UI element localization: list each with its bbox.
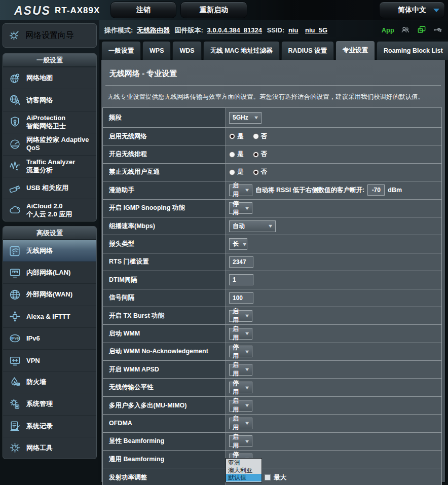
radio-yes[interactable] bbox=[229, 169, 235, 175]
dropdown-option-default[interactable]: 默认值 bbox=[226, 474, 262, 481]
sidebar: 网络设置向导 一般设置 网络地图 访客网络 bbox=[0, 20, 99, 485]
sidebar-item-aicloud[interactable]: AiCloud 2.0 个人云 2.0 应用 bbox=[3, 199, 96, 220]
ofdma-select[interactable]: 启用▼ bbox=[229, 418, 252, 429]
sidebar-item-wireless[interactable]: 无线网络 bbox=[3, 240, 96, 262]
checkbox-label: 最大 bbox=[274, 473, 286, 482]
clients-icon[interactable] bbox=[400, 25, 410, 35]
sidebar-item-wan[interactable]: 外部网络(WAN) bbox=[3, 283, 96, 305]
tx-power-dropdown-list: 亚洲 澳大利亚 默认值 bbox=[226, 458, 262, 482]
sidebar-item-label: 网络工具 bbox=[26, 443, 53, 453]
rssi-input[interactable] bbox=[367, 184, 385, 196]
dropdown-option-australia[interactable]: 澳大利亚 bbox=[226, 467, 262, 474]
igmp-snooping-select[interactable]: 停用▼ bbox=[229, 202, 252, 214]
sidebar-item-guest-network[interactable]: 访客网络 bbox=[3, 89, 96, 110]
tab-mac-filter[interactable]: 无线 MAC 地址过滤器 bbox=[203, 41, 280, 60]
ssid-5g-link[interactable]: niu_5G bbox=[305, 26, 327, 34]
sidebar-item-adaptive-qos[interactable]: 网络监控家 Adaptive QoS bbox=[3, 133, 96, 155]
wmm-select[interactable]: 启用▼ bbox=[229, 328, 252, 340]
row-wmm: 启动 WMM 启用▼ bbox=[103, 325, 441, 343]
sidebar-item-network-tools[interactable]: 网络工具 bbox=[3, 437, 96, 459]
vpn-icon bbox=[9, 354, 21, 367]
wan-globe-icon bbox=[9, 288, 21, 301]
sidebar-item-usb-application[interactable]: USB 相关应用 bbox=[3, 177, 96, 199]
model-name: RT-AX89X bbox=[55, 6, 100, 16]
status-row: 操作模式: 无线路由器 固件版本: 3.0.0.4.384_81324 SSID… bbox=[104, 26, 330, 35]
tx-power-max-checkbox[interactable] bbox=[265, 474, 271, 480]
section-title-general: 一般设置 bbox=[3, 54, 96, 67]
sidebar-item-label: AiProtection 智能网络卫士 bbox=[26, 114, 66, 130]
app-link[interactable]: App bbox=[382, 26, 394, 34]
language-dropdown[interactable]: 简体中文 bbox=[379, 2, 445, 18]
row-preamble-type: 报头类型 长▼ bbox=[103, 235, 441, 253]
tab-general[interactable]: 一般设置 bbox=[101, 41, 141, 60]
tx-burst-select[interactable]: 启用▼ bbox=[229, 310, 252, 322]
alexa-ifttt-icon bbox=[9, 310, 21, 323]
sidebar-item-label: USB 相关应用 bbox=[26, 183, 68, 193]
roaming-select[interactable]: 启用▼ bbox=[229, 184, 252, 196]
sidebar-item-quick-setup[interactable]: 网络设置向导 bbox=[3, 23, 97, 48]
op-mode-link[interactable]: 无线路由器 bbox=[137, 26, 170, 34]
chevron-down-icon: ▼ bbox=[244, 331, 250, 336]
page-description: 无线专业设置提供您无线网络传输与效率方面的设置。若您没有选择适合的设置，建议采用… bbox=[107, 93, 440, 101]
rts-threshold-input[interactable] bbox=[229, 256, 253, 268]
row-ofdma: OFDMA 启用▼ bbox=[103, 415, 441, 432]
tab-professional[interactable]: 专业设置 bbox=[335, 41, 375, 60]
row-airtime-fairness: 无线传输公平性 停用▼ bbox=[103, 379, 441, 396]
sidebar-item-label: 防火墙 bbox=[26, 378, 46, 387]
sidebar-item-ipv6[interactable]: IPv6 IPv6 bbox=[3, 327, 96, 349]
ssid-2g-link[interactable]: niu bbox=[288, 26, 298, 34]
sidebar-item-label: 系统管理 bbox=[26, 399, 53, 408]
dtim-interval-input[interactable] bbox=[229, 274, 253, 285]
chevron-down-icon: ▼ bbox=[268, 223, 274, 229]
row-roaming-assistant: 漫游助手 启用▼ 自动将 RSSI 低于右侧数值的客户断开: dBm bbox=[103, 181, 441, 199]
wmm-apsd-select[interactable]: 启用▼ bbox=[229, 364, 252, 376]
sidebar-item-administration[interactable]: 系统管理 bbox=[3, 393, 96, 415]
sidebar-item-lan[interactable]: 内部网络(LAN) bbox=[3, 262, 96, 283]
preamble-type-select[interactable]: 长▼ bbox=[229, 238, 247, 250]
lan-icon bbox=[9, 267, 21, 279]
firmware-link[interactable]: 3.0.0.4.384_81324 bbox=[207, 26, 262, 34]
chevron-down-icon: ▼ bbox=[244, 367, 250, 372]
sidebar-item-label: AiCloud 2.0 个人云 2.0 应用 bbox=[26, 202, 72, 218]
tab-radius[interactable]: RADIUS 设置 bbox=[281, 41, 334, 60]
tab-roaming-block-list[interactable]: Roaming Block List bbox=[377, 41, 448, 60]
sidebar-item-label: IPv6 bbox=[26, 334, 40, 342]
radio-yes[interactable] bbox=[229, 133, 235, 139]
sidebar-item-label: 访客网络 bbox=[26, 96, 53, 105]
dropdown-option-asia[interactable]: 亚洲 bbox=[226, 459, 262, 467]
band-select[interactable]: 5GHz▼ bbox=[229, 112, 262, 124]
tab-wds[interactable]: WDS bbox=[172, 41, 201, 60]
usb-icon[interactable] bbox=[433, 25, 444, 35]
row-band: 频段 5GHz▼ bbox=[103, 108, 441, 128]
radio-yes[interactable] bbox=[229, 152, 235, 158]
radio-no[interactable] bbox=[253, 133, 259, 139]
radio-no[interactable] bbox=[253, 152, 259, 158]
sidebar-item-system-log[interactable]: 系统记录 bbox=[3, 415, 96, 437]
sidebar-item-network-map[interactable]: 网络地图 bbox=[3, 67, 96, 89]
sidebar-item-firewall[interactable]: 防火墙 bbox=[3, 371, 96, 393]
row-wireless-scheduler: 开启无线排程 是 否 bbox=[103, 145, 441, 163]
sidebar-item-alexa-ifttt[interactable]: Alexa & IFTTT bbox=[3, 306, 96, 327]
section-title-advanced: 高级设置 bbox=[3, 227, 96, 240]
multicast-rate-select[interactable]: 自动▼ bbox=[229, 220, 276, 232]
sidebar-item-label: 无线网络 bbox=[26, 246, 53, 255]
mu-mimo-select[interactable]: 启用▼ bbox=[229, 400, 252, 412]
sidebar-item-vpn[interactable]: VPN bbox=[3, 349, 96, 371]
row-tx-burst: 开启 TX Burst 功能 启用▼ bbox=[103, 307, 441, 325]
firmware-label: 固件版本: bbox=[175, 26, 203, 34]
chevron-down-icon: ▼ bbox=[253, 115, 259, 120]
page-title: 无线网络 - 专业设置 bbox=[109, 69, 445, 79]
reboot-button[interactable]: 重新启动 bbox=[180, 2, 247, 18]
sidebar-item-aiprotection[interactable]: AiProtection 智能网络卫士 bbox=[3, 111, 96, 133]
devices-icon[interactable] bbox=[417, 25, 427, 35]
radio-no[interactable] bbox=[253, 169, 259, 175]
beacon-interval-input[interactable] bbox=[229, 292, 253, 304]
sidebar-item-traffic-analyzer[interactable]: Traffic Analyzer 流量分析 bbox=[3, 155, 96, 177]
roaming-text: 自动将 RSSI 低于右侧数值的客户断开: bbox=[255, 186, 364, 195]
logout-button[interactable]: 注销 bbox=[110, 2, 176, 18]
airtime-fairness-select[interactable]: 停用▼ bbox=[229, 382, 252, 393]
explicit-beamforming-select[interactable]: 启用▼ bbox=[229, 435, 252, 447]
wmm-no-ack-select[interactable]: 停用▼ bbox=[229, 346, 252, 357]
row-ap-isolated: 禁止无线用户互通 是 否 bbox=[103, 164, 441, 181]
tab-wps[interactable]: WPS bbox=[142, 41, 171, 60]
